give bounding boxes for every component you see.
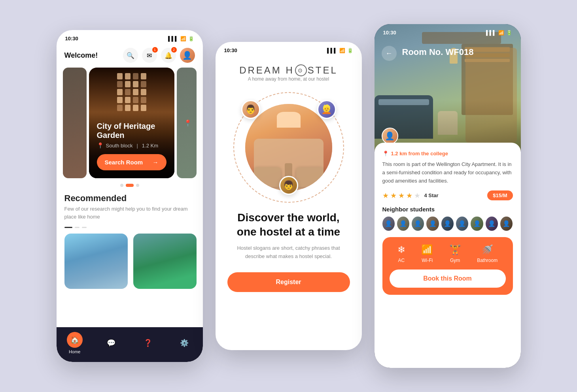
- search-button[interactable]: 🔍: [123, 48, 138, 63]
- star-3: ★: [398, 191, 405, 200]
- amenity-ac: ❄ AC: [397, 244, 405, 263]
- pagination-dots: [57, 178, 203, 190]
- distance-label: 1.2 km from the college: [391, 151, 448, 156]
- status-bar-2: 10:30 ▌▌▌ 📶 🔋: [216, 42, 362, 57]
- p2-logo: DREAM H ⊙ STEL A home away from home, at…: [239, 64, 338, 90]
- logo-brand-end: STEL: [308, 65, 338, 76]
- nav-settings[interactable]: ⚙️: [176, 335, 192, 351]
- neighbor-av-5: 👤: [441, 217, 454, 231]
- logo-subtitle: A home away from home, at our hostel: [239, 76, 338, 82]
- price-badge: $15/M: [487, 190, 513, 200]
- dot-3[interactable]: [136, 184, 139, 187]
- rec-card-1[interactable]: [64, 234, 128, 289]
- ac-icon: ❄: [397, 244, 405, 255]
- battery-icon-2: 🔋: [347, 48, 353, 53]
- status-bar-1: 10:30 ▌▌▌ 📶 🔋: [57, 30, 203, 45]
- star-4: ★: [406, 191, 412, 200]
- search-room-button[interactable]: Search Room →: [97, 154, 166, 170]
- ac-label: AC: [398, 258, 405, 263]
- distance-pin-icon: 📍: [382, 151, 389, 156]
- battery-icon-3: 🔋: [506, 30, 512, 36]
- amenities-row: ❄ AC 📶 Wi-Fi 🏋 Gym 🚿 Bathroom: [390, 244, 506, 263]
- wifi-icon-2: 📶: [339, 48, 345, 53]
- neighbor-av-3: 👤: [412, 217, 424, 231]
- logo-circle-icon: ⊙: [295, 64, 307, 76]
- home-label: Home: [69, 349, 80, 354]
- dot-2[interactable]: [126, 184, 134, 187]
- register-button[interactable]: Register: [227, 272, 350, 292]
- time-3: 10:30: [383, 30, 396, 36]
- neighbor-av-7: 👤: [471, 217, 483, 231]
- distance-row: 📍 1.2 km from the college: [382, 151, 513, 156]
- star-5: ★: [414, 191, 420, 200]
- signal-icon-3: ▌▌▌: [486, 30, 496, 36]
- neighbors-section: Neighbor students 👤 👤 👤 👤 👤 👤 👤 👤 👤: [382, 206, 513, 231]
- floating-avatar-2: 👱: [317, 100, 336, 119]
- neighbor-av-6: 👤: [456, 217, 468, 231]
- bell-badge: 2: [171, 47, 177, 53]
- rec-card-2[interactable]: [133, 234, 197, 289]
- star-2: ★: [390, 191, 397, 200]
- location-text: South block: [106, 143, 133, 149]
- time-2: 10:30: [224, 47, 237, 53]
- back-button[interactable]: ←: [382, 46, 397, 61]
- home-icon: 🏠: [70, 335, 79, 344]
- dot-1[interactable]: [120, 184, 123, 187]
- phone-1: 10:30 ▌▌▌ 📶 🔋 Welcome! 🔍 ✉ 1 🔔 2: [57, 30, 203, 362]
- phone-2: 10:30 ▌▌▌ 📶 🔋 DREAM H ⊙ STEL A home away…: [216, 42, 362, 350]
- bell-button[interactable]: 🔔 2: [161, 48, 176, 63]
- back-arrow-icon: ←: [386, 49, 393, 58]
- arrow-right-icon: →: [153, 159, 159, 166]
- user-avatar-overlay: 👤: [382, 128, 398, 144]
- p3-hero: ← Room No. WF018 👤: [375, 24, 521, 151]
- home-icon-container: 🏠: [67, 332, 83, 348]
- wifi-icon-3: 📶: [498, 30, 504, 36]
- avatar-button[interactable]: 👤: [180, 48, 195, 63]
- signal-icon-1: ▌▌▌: [168, 36, 178, 41]
- gym-label: Gym: [450, 258, 460, 263]
- time-1: 10:30: [65, 36, 78, 41]
- mail-button[interactable]: ✉ 1: [142, 48, 157, 63]
- nav-help[interactable]: ❓: [140, 335, 156, 351]
- bottom-nav: 🏠 Home 💬 ❓ ⚙️: [57, 327, 203, 362]
- search-room-label: Search Room: [105, 159, 143, 166]
- bell-icon: 🔔: [165, 52, 172, 59]
- register-label: Register: [276, 279, 301, 285]
- star-label: 4 Star: [424, 192, 439, 198]
- neighbors-label: Neighbor students: [382, 206, 513, 213]
- neighbor-avatars: 👤 👤 👤 👤 👤 👤 👤 👤 👤: [382, 217, 513, 231]
- phones-container: 10:30 ▌▌▌ 📶 🔋 Welcome! 🔍 ✉ 1 🔔 2: [57, 24, 521, 368]
- book-room-button[interactable]: Book this Room: [390, 270, 506, 288]
- hero-background: City of Heritage Garden 📍 South block | …: [89, 68, 174, 178]
- user-avatar-icon: 👤: [385, 131, 395, 141]
- gym-icon: 🏋: [449, 244, 461, 255]
- hero-location: 📍 South block | 1.2 Km: [97, 142, 166, 149]
- neighbor-av-4: 👤: [426, 217, 439, 231]
- distance-text: 1.2 Km: [142, 143, 158, 149]
- recommended-cards: [57, 234, 203, 289]
- room-description: This room is part of the Wellington City…: [382, 160, 513, 185]
- p2-content: DREAM H ⊙ STEL A home away from home, at…: [216, 57, 362, 292]
- location-pin-icon: 📍: [97, 142, 104, 149]
- rating-row: ★ ★ ★ ★ ★ 4 Star $15/M: [382, 190, 513, 200]
- hero-title: City of Heritage Garden: [97, 122, 166, 140]
- neighbor-av-9: 👤: [500, 217, 513, 231]
- slider-area: City of Heritage Garden 📍 South block | …: [63, 68, 197, 178]
- wifi-icon-1: 📶: [180, 36, 186, 41]
- hostel-circle-container: 👨 👱 👦: [233, 92, 344, 203]
- p3-info: 📍 1.2 km from the college This room is p…: [375, 143, 521, 368]
- nav-messages[interactable]: 💬: [103, 335, 119, 351]
- search-icon: 🔍: [127, 52, 134, 59]
- status-bar-3: 10:30 ▌▌▌ 📶 🔋: [375, 24, 521, 39]
- avatar-icon: 👤: [182, 51, 192, 60]
- neighbor-av-8: 👤: [486, 217, 498, 231]
- bathroom-label: Bathroom: [477, 258, 498, 263]
- phone-3: 10:30 ▌▌▌ 📶 🔋: [375, 24, 521, 368]
- nav-home[interactable]: 🏠 Home: [67, 332, 83, 354]
- book-room-label: Book this Room: [423, 275, 472, 282]
- signal-icon-2: ▌▌▌: [327, 48, 337, 53]
- messages-icon: 💬: [107, 339, 115, 347]
- status-icons-3: ▌▌▌ 📶 🔋: [486, 30, 512, 36]
- recommended-subtitle: Few of our research might help you to fi…: [57, 205, 203, 227]
- wifi-label: Wi-Fi: [422, 258, 433, 263]
